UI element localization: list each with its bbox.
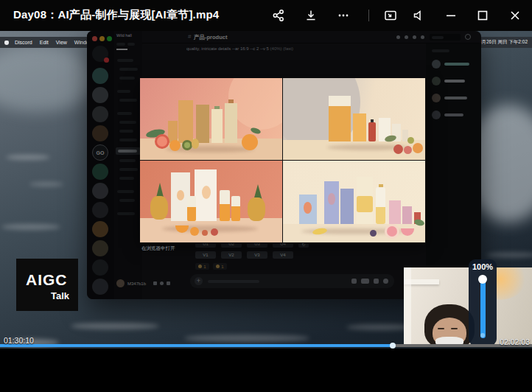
server-icon[interactable] (92, 164, 108, 180)
close-icon[interactable] (506, 7, 524, 24)
member-avatar[interactable] (432, 111, 441, 119)
open-in-browser-link[interactable]: 在浏览器中打开 (141, 245, 175, 252)
titlebar-divider (368, 10, 369, 21)
member-name[interactable] (444, 97, 467, 99)
channel-item[interactable] (119, 77, 135, 80)
seek-bar[interactable] (0, 344, 532, 347)
server-rail: GO (87, 31, 114, 299)
mute-icon[interactable] (410, 7, 427, 24)
menu-view[interactable]: View (56, 40, 67, 45)
member-avatar[interactable] (432, 94, 441, 102)
mac-close-dot[interactable] (92, 36, 97, 41)
channel-item[interactable] (119, 168, 138, 171)
active-tab-underline (116, 49, 127, 50)
discord-window: GO Wild hall (87, 31, 481, 299)
menu-discord[interactable]: Discord (15, 40, 32, 45)
thumbs-up-icon (198, 265, 202, 268)
reaction-heart[interactable]: 1 (213, 263, 227, 270)
mic-icon[interactable] (153, 281, 157, 285)
channel-item[interactable] (119, 68, 138, 71)
server-icon[interactable] (92, 125, 108, 141)
notifications-icon[interactable] (405, 35, 408, 39)
channel-item[interactable] (117, 59, 133, 62)
minimize-icon[interactable] (442, 7, 460, 24)
channel-item[interactable] (119, 139, 137, 141)
reaction-thumbs-up[interactable]: 1 (195, 263, 209, 270)
member-avatar[interactable] (432, 77, 441, 85)
channel-sidebar: Wild hall (114, 31, 142, 299)
user-avatar[interactable] (116, 279, 125, 287)
download-icon[interactable] (302, 7, 320, 24)
menubar-clock[interactable]: 3月26日 周日 下午2:02 (479, 39, 528, 46)
server-icon[interactable] (92, 183, 108, 199)
gif-icon[interactable] (361, 279, 369, 284)
user-name: M347b1b (127, 281, 146, 286)
picture-in-picture-icon[interactable] (382, 7, 399, 24)
server-icon[interactable] (92, 221, 108, 237)
mj-image-grid[interactable] (140, 78, 426, 243)
channel-item[interactable] (119, 199, 135, 202)
channel-item[interactable] (117, 90, 130, 93)
channel-item[interactable] (119, 99, 137, 102)
message-input[interactable]: + (190, 274, 394, 288)
logo-text-talk: Talk (51, 290, 69, 301)
seek-knob[interactable] (390, 343, 396, 349)
attach-plus-icon[interactable]: + (195, 277, 203, 285)
threads-icon[interactable] (396, 35, 400, 39)
volume-slider-knob[interactable] (478, 275, 487, 284)
more-options-icon[interactable] (335, 7, 352, 24)
v3-button[interactable]: V3 (247, 251, 267, 259)
server-icon-go[interactable]: GO (92, 144, 108, 161)
channel-item[interactable] (119, 159, 136, 162)
channel-item[interactable] (119, 121, 136, 124)
mac-zoom-dot[interactable] (107, 36, 112, 41)
server-icon[interactable] (92, 87, 108, 103)
headphones-icon[interactable] (160, 281, 164, 285)
server-icon[interactable] (92, 106, 108, 122)
v1-button[interactable]: V1 (195, 251, 216, 259)
apple-icon[interactable] (4, 41, 9, 45)
server-icon[interactable] (92, 202, 108, 218)
channel-item[interactable] (117, 212, 135, 215)
discord-home-icon[interactable] (92, 46, 108, 62)
channel-header: # 产品-product (142, 31, 481, 43)
settings-gear-icon[interactable] (167, 281, 170, 285)
sticker-icon[interactable] (374, 279, 379, 284)
share-icon[interactable] (270, 7, 287, 24)
mj-quadrant-4 (283, 161, 425, 242)
reaction-row: 1 1 (195, 263, 227, 270)
member-name[interactable] (444, 63, 469, 66)
channel-item[interactable] (117, 112, 132, 115)
member-avatar[interactable] (432, 60, 441, 69)
server-icon[interactable] (92, 68, 108, 84)
channel-item[interactable] (119, 130, 133, 133)
v2-button[interactable]: V2 (221, 251, 242, 259)
maximize-icon[interactable] (474, 7, 491, 24)
webcam-overlay (404, 267, 532, 344)
search-input[interactable] (430, 34, 461, 41)
mj-quadrant-2 (283, 78, 425, 160)
emoji-icon[interactable] (383, 279, 388, 284)
members-icon[interactable] (421, 35, 424, 39)
aigc-talk-logo: AIGC Talk (16, 259, 78, 311)
gift-icon[interactable] (351, 279, 357, 284)
pinned-icon[interactable] (413, 35, 416, 39)
mac-minimize-dot[interactable] (99, 36, 105, 41)
channel-item[interactable] (117, 190, 134, 193)
channel-item[interactable] (119, 177, 134, 180)
member-name[interactable] (444, 80, 465, 83)
server-name[interactable]: Wild hall (116, 33, 132, 38)
help-icon[interactable] (465, 34, 471, 40)
server-icon[interactable] (92, 240, 108, 256)
server-icon[interactable] (92, 279, 108, 295)
server-icon[interactable] (92, 259, 108, 276)
window-titlebar: Day08：AI产品-制作与展现[AI章节].mp4 (0, 0, 532, 31)
menu-edit[interactable]: Edit (40, 40, 49, 45)
v4-button[interactable]: V4 (273, 251, 293, 259)
channel-hash: # (188, 33, 191, 40)
seek-bar-fill (0, 344, 393, 347)
volume-slider[interactable] (480, 279, 486, 338)
volume-value: 100% (469, 262, 497, 271)
channel-item-active[interactable] (116, 147, 141, 155)
member-name[interactable] (444, 113, 463, 116)
